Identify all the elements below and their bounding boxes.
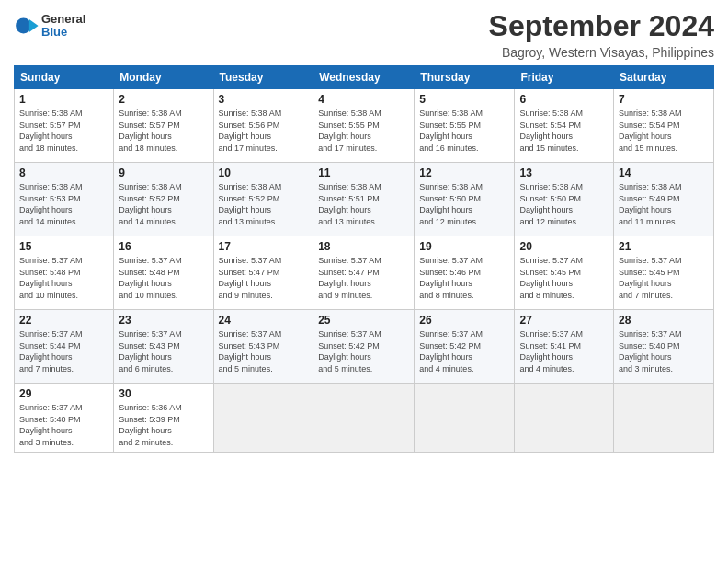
day-number: 18 — [318, 240, 409, 253]
svg-marker-1 — [29, 19, 39, 32]
day-number: 25 — [318, 314, 409, 327]
day-info: Sunrise: 5:38 AM Sunset: 5:52 PM Dayligh… — [219, 181, 309, 227]
svg-point-0 — [16, 18, 31, 34]
day-number: 10 — [219, 167, 309, 179]
calendar-cell: 24 Sunrise: 5:37 AM Sunset: 5:43 PM Dayl… — [213, 310, 313, 384]
calendar-cell: 10 Sunrise: 5:38 AM Sunset: 5:52 PM Dayl… — [213, 163, 313, 236]
calendar-cell: 9 Sunrise: 5:38 AM Sunset: 5:52 PM Dayli… — [114, 163, 213, 236]
day-number: 7 — [619, 93, 709, 106]
day-info: Sunrise: 5:38 AM Sunset: 5:55 PM Dayligh… — [318, 108, 409, 154]
header-sunday: Sunday — [15, 66, 114, 89]
day-info: Sunrise: 5:38 AM Sunset: 5:50 PM Dayligh… — [419, 181, 509, 227]
calendar-cell: 27 Sunrise: 5:37 AM Sunset: 5:41 PM Dayl… — [515, 310, 614, 384]
weekday-header-row: Sunday Monday Tuesday Wednesday Thursday… — [15, 66, 714, 89]
calendar-cell: 17 Sunrise: 5:37 AM Sunset: 5:47 PM Dayl… — [213, 236, 313, 310]
day-info: Sunrise: 5:38 AM Sunset: 5:49 PM Dayligh… — [619, 181, 709, 227]
location-title: Bagroy, Western Visayas, Philippines — [489, 45, 714, 60]
day-info: Sunrise: 5:37 AM Sunset: 5:43 PM Dayligh… — [119, 328, 208, 374]
logo: General Blue — [14, 13, 85, 40]
day-number: 20 — [519, 240, 609, 253]
header-wednesday: Wednesday — [313, 66, 415, 89]
calendar-cell — [313, 384, 415, 453]
day-info: Sunrise: 5:37 AM Sunset: 5:43 PM Dayligh… — [219, 328, 309, 374]
calendar-cell: 14 Sunrise: 5:38 AM Sunset: 5:49 PM Dayl… — [614, 163, 714, 236]
day-number: 17 — [219, 240, 309, 253]
day-number: 12 — [419, 167, 509, 179]
day-info: Sunrise: 5:36 AM Sunset: 5:39 PM Dayligh… — [119, 402, 208, 448]
day-number: 19 — [419, 240, 509, 253]
calendar-cell — [213, 384, 313, 453]
day-number: 24 — [219, 314, 309, 327]
calendar-cell: 1 Sunrise: 5:38 AM Sunset: 5:57 PM Dayli… — [15, 89, 114, 163]
day-number: 26 — [419, 314, 509, 327]
calendar-cell: 30 Sunrise: 5:36 AM Sunset: 5:39 PM Dayl… — [114, 384, 213, 453]
day-info: Sunrise: 5:37 AM Sunset: 5:44 PM Dayligh… — [19, 328, 108, 374]
day-info: Sunrise: 5:37 AM Sunset: 5:41 PM Dayligh… — [519, 328, 609, 374]
calendar-cell: 4 Sunrise: 5:38 AM Sunset: 5:55 PM Dayli… — [313, 89, 415, 163]
day-number: 23 — [119, 314, 208, 327]
calendar-cell: 13 Sunrise: 5:38 AM Sunset: 5:50 PM Dayl… — [515, 163, 614, 236]
day-info: Sunrise: 5:37 AM Sunset: 5:47 PM Dayligh… — [318, 255, 409, 301]
calendar-cell: 15 Sunrise: 5:37 AM Sunset: 5:48 PM Dayl… — [15, 236, 114, 310]
header-saturday: Saturday — [614, 66, 714, 89]
logo-blue: Blue — [41, 26, 85, 39]
calendar-cell — [415, 384, 515, 453]
day-info: Sunrise: 5:37 AM Sunset: 5:47 PM Dayligh… — [219, 255, 309, 301]
day-info: Sunrise: 5:37 AM Sunset: 5:42 PM Dayligh… — [419, 328, 509, 374]
day-info: Sunrise: 5:37 AM Sunset: 5:40 PM Dayligh… — [619, 328, 709, 374]
day-number: 9 — [119, 167, 208, 179]
calendar-cell: 5 Sunrise: 5:38 AM Sunset: 5:55 PM Dayli… — [415, 89, 515, 163]
header-tuesday: Tuesday — [213, 66, 313, 89]
calendar-cell: 6 Sunrise: 5:38 AM Sunset: 5:54 PM Dayli… — [515, 89, 614, 163]
day-number: 6 — [519, 93, 609, 106]
day-info: Sunrise: 5:37 AM Sunset: 5:45 PM Dayligh… — [619, 255, 709, 301]
day-number: 8 — [19, 167, 108, 179]
calendar-cell: 2 Sunrise: 5:38 AM Sunset: 5:57 PM Dayli… — [114, 89, 213, 163]
day-number: 21 — [619, 240, 709, 253]
calendar-cell: 22 Sunrise: 5:37 AM Sunset: 5:44 PM Dayl… — [15, 310, 114, 384]
calendar-table: Sunday Monday Tuesday Wednesday Thursday… — [14, 65, 714, 453]
day-number: 3 — [219, 93, 309, 106]
calendar-cell: 8 Sunrise: 5:38 AM Sunset: 5:53 PM Dayli… — [15, 163, 114, 236]
title-block: September 2024 Bagroy, Western Visayas, … — [489, 9, 714, 60]
day-info: Sunrise: 5:37 AM Sunset: 5:46 PM Dayligh… — [419, 255, 509, 301]
day-info: Sunrise: 5:37 AM Sunset: 5:48 PM Dayligh… — [19, 255, 108, 301]
calendar-cell: 12 Sunrise: 5:38 AM Sunset: 5:50 PM Dayl… — [415, 163, 515, 236]
day-number: 30 — [119, 387, 208, 400]
day-info: Sunrise: 5:37 AM Sunset: 5:45 PM Dayligh… — [519, 255, 609, 301]
day-number: 1 — [19, 93, 108, 106]
header-friday: Friday — [515, 66, 614, 89]
day-number: 5 — [419, 93, 509, 106]
calendar-cell: 25 Sunrise: 5:37 AM Sunset: 5:42 PM Dayl… — [313, 310, 415, 384]
day-number: 16 — [119, 240, 208, 253]
calendar-cell: 26 Sunrise: 5:37 AM Sunset: 5:42 PM Dayl… — [415, 310, 515, 384]
calendar-cell: 29 Sunrise: 5:37 AM Sunset: 5:40 PM Dayl… — [15, 384, 114, 453]
day-info: Sunrise: 5:38 AM Sunset: 5:52 PM Dayligh… — [119, 181, 208, 227]
day-info: Sunrise: 5:38 AM Sunset: 5:54 PM Dayligh… — [619, 108, 709, 154]
day-number: 13 — [519, 167, 609, 179]
month-title: September 2024 — [489, 9, 714, 43]
calendar-cell: 3 Sunrise: 5:38 AM Sunset: 5:56 PM Dayli… — [213, 89, 313, 163]
day-info: Sunrise: 5:38 AM Sunset: 5:55 PM Dayligh… — [419, 108, 509, 154]
day-info: Sunrise: 5:38 AM Sunset: 5:57 PM Dayligh… — [19, 108, 108, 154]
calendar-cell: 16 Sunrise: 5:37 AM Sunset: 5:48 PM Dayl… — [114, 236, 213, 310]
page-header: General Blue September 2024 Bagroy, West… — [14, 9, 714, 60]
day-info: Sunrise: 5:38 AM Sunset: 5:56 PM Dayligh… — [219, 108, 309, 154]
calendar-cell: 23 Sunrise: 5:37 AM Sunset: 5:43 PM Dayl… — [114, 310, 213, 384]
day-number: 28 — [619, 314, 709, 327]
calendar-cell: 11 Sunrise: 5:38 AM Sunset: 5:51 PM Dayl… — [313, 163, 415, 236]
day-info: Sunrise: 5:38 AM Sunset: 5:51 PM Dayligh… — [318, 181, 409, 227]
day-number: 15 — [19, 240, 108, 253]
calendar-cell: 21 Sunrise: 5:37 AM Sunset: 5:45 PM Dayl… — [614, 236, 714, 310]
day-number: 4 — [318, 93, 409, 106]
day-info: Sunrise: 5:37 AM Sunset: 5:40 PM Dayligh… — [19, 402, 108, 448]
calendar-cell: 20 Sunrise: 5:37 AM Sunset: 5:45 PM Dayl… — [515, 236, 614, 310]
day-info: Sunrise: 5:38 AM Sunset: 5:57 PM Dayligh… — [119, 108, 208, 154]
day-number: 14 — [619, 167, 709, 179]
day-number: 22 — [19, 314, 108, 327]
calendar-cell: 28 Sunrise: 5:37 AM Sunset: 5:40 PM Dayl… — [614, 310, 714, 384]
calendar-cell — [614, 384, 714, 453]
calendar-cell: 18 Sunrise: 5:37 AM Sunset: 5:47 PM Dayl… — [313, 236, 415, 310]
day-number: 27 — [519, 314, 609, 327]
calendar-cell: 7 Sunrise: 5:38 AM Sunset: 5:54 PM Dayli… — [614, 89, 714, 163]
